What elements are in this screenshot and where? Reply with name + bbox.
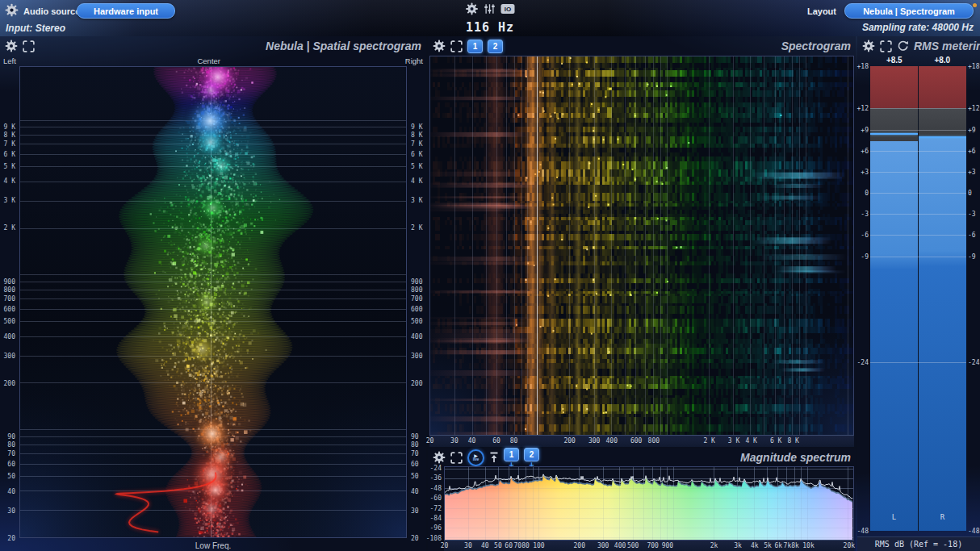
rms-gridline [870, 151, 966, 152]
spatial-header: Nebula | Spatial spectrogram [0, 36, 426, 56]
pan-right-label: Right [405, 56, 423, 65]
freq-axis-label: 8k [791, 542, 799, 549]
live-mode-button[interactable]: ▶ live [467, 449, 484, 466]
spectrogram-channel-2-button[interactable]: 2 [488, 40, 503, 53]
freq-tick-label: 8 K [411, 131, 422, 138]
settings-gear-icon[interactable] [466, 2, 479, 15]
rms-gridline [870, 362, 966, 363]
rms-channel-label: R [919, 513, 966, 521]
rms-tick-label: +3 [861, 168, 869, 175]
magnitude-fullscreen-icon[interactable] [450, 452, 463, 464]
top-bar: Audio source Hardware input Input: Stere… [0, 0, 980, 36]
freq-tick-label: 50 [411, 473, 419, 480]
freq-axis-label: 500 [627, 542, 639, 549]
freq-tick-label: 3 K [4, 197, 15, 204]
freq-tick-label: 90 [7, 433, 15, 440]
freq-axis-label: 5k [764, 542, 772, 549]
rms-gridline [870, 172, 966, 173]
rms-left-value: +8.5 [870, 56, 919, 66]
audio-source-gear-icon[interactable] [5, 3, 19, 17]
freq-tick-label: 400 [411, 332, 422, 340]
freq-axis-label: 20 [441, 542, 449, 549]
spatial-gear-icon[interactable] [5, 40, 18, 52]
rms-reset-icon[interactable] [897, 40, 909, 52]
rms-header: RMS metering [857, 36, 980, 56]
mixer-sliders-icon[interactable] [484, 3, 496, 15]
magnitude-plot[interactable] [444, 466, 854, 541]
hardware-input-button[interactable]: Hardware input [77, 3, 175, 19]
freq-axis-label: 2 K [703, 437, 714, 445]
spectrogram-gear-icon[interactable] [433, 40, 446, 52]
freq-tick-label: 60 [411, 461, 419, 468]
freq-axis-label: 40 [468, 437, 476, 445]
freq-tick-label: 7 K [4, 140, 15, 147]
spectrogram-canvas[interactable] [430, 56, 853, 435]
rms-fullscreen-icon[interactable] [880, 40, 892, 52]
audio-source-label: Audio source [23, 6, 80, 16]
peak-hold-icon[interactable] [489, 452, 499, 463]
freq-axis-label: 900 [662, 542, 673, 549]
freq-tick-label: 900 [411, 278, 422, 285]
live-label: live [473, 458, 480, 461]
spatial-fullscreen-icon[interactable] [23, 40, 35, 52]
layout-preset-button[interactable]: Nebula | Spectrogram [844, 3, 974, 19]
freq-axis-label: 100 [533, 542, 544, 549]
rms-metering-panel: RMS metering +8.5 +8.0 +18+12+9+6+30-3-6… [857, 36, 980, 551]
freq-tick-label: 800 [411, 286, 422, 293]
freq-tick-label: 300 [411, 352, 422, 359]
spatial-freq-ticks-right: 9 K8 K7 K6 K5 K4 K3 K2 K9008007006005004… [408, 66, 426, 538]
freq-axis-label: 20 [426, 437, 434, 445]
freq-axis-label: 600 [630, 437, 642, 445]
rms-tick-label: -9 [861, 253, 869, 260]
freq-tick-label: 2 K [4, 224, 15, 232]
spectrogram-plot[interactable] [429, 56, 854, 436]
rms-value-marker [919, 136, 966, 138]
freq-tick-label: 7 K [411, 140, 422, 147]
pan-left-label: Left [3, 56, 16, 65]
low-freq-label: Low Freq. [0, 541, 426, 550]
freq-tick-label: 30 [7, 507, 15, 515]
rms-tick-label: +12 [857, 105, 869, 112]
rms-title: RMS metering [914, 40, 980, 52]
rms-tick-label: -6 [968, 232, 976, 239]
status-dot [973, 3, 977, 7]
magnitude-canvas[interactable] [445, 467, 853, 540]
rms-tick-label: -3 [968, 211, 976, 218]
magnitude-db-ticks: -24-36-48-60-72-84-96-108 [428, 466, 443, 541]
spatial-title: Nebula | Spatial spectrogram [266, 40, 421, 52]
magnitude-gear-icon[interactable] [433, 451, 446, 464]
freq-tick-label: 60 [7, 461, 15, 468]
spatial-freq-ticks-left: 9 K8 K7 K6 K5 K4 K3 K2 K9008007006005004… [0, 66, 18, 538]
freq-tick-label: 900 [4, 278, 15, 285]
freq-axis-label: 20k [844, 542, 855, 549]
freq-tick-label: 400 [4, 332, 15, 340]
freq-tick-label: 80 [411, 441, 419, 449]
spectrogram-channel-1-button[interactable]: 1 [467, 40, 483, 53]
rms-gear-icon[interactable] [862, 40, 875, 52]
freq-tick-label: 4 K [4, 177, 15, 185]
rms-tick-label: +12 [968, 105, 979, 112]
db-tick-label: -24 [430, 465, 442, 472]
rms-gridline [870, 130, 966, 131]
freq-tick-label: 40 [411, 488, 419, 495]
freq-axis-label: 400 [606, 437, 618, 445]
freq-axis-label: 400 [614, 542, 626, 549]
spatial-spectrogram-plot[interactable] [19, 66, 407, 538]
rms-tick-label: -6 [861, 232, 869, 239]
freq-axis-label: 8 K [787, 437, 798, 445]
spectrogram-header: 1 2 Spectrogram [428, 36, 856, 56]
pan-axis-labels: Left Center Right [0, 56, 426, 66]
rms-tick-label: +6 [861, 147, 869, 154]
pan-center-label: Center [197, 56, 220, 65]
freq-axis-label: 80 [521, 542, 530, 549]
freq-tick-label: 40 [7, 488, 15, 495]
rms-gridline [870, 235, 966, 236]
freq-tick-label: 500 [411, 318, 422, 325]
rms-tick-label: +3 [968, 168, 976, 175]
io-routing-icon[interactable]: IO [501, 4, 515, 14]
freq-tick-label: 50 [7, 473, 15, 480]
spatial-spectrogram-canvas[interactable] [20, 67, 406, 537]
magnitude-title: Magnitude spectrum [740, 451, 851, 464]
freq-axis-label: 7k [784, 542, 792, 549]
spectrogram-fullscreen-icon[interactable] [450, 40, 463, 52]
